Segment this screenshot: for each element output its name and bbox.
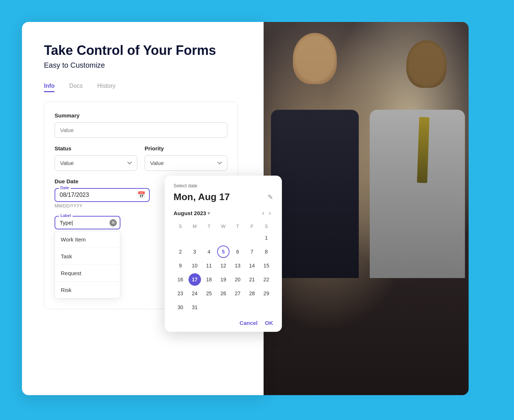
dp-day-empty — [174, 232, 187, 244]
datepicker-popup: Select date Mon, Aug 17 ✎ August 2023 ▾ … — [165, 176, 282, 332]
status-group: Status Value — [55, 145, 137, 171]
dp-day-6[interactable]: 6 — [231, 245, 244, 258]
dp-day-empty — [203, 301, 215, 314]
dropdown-item-request[interactable]: Request — [55, 265, 120, 282]
dp-day-16[interactable]: 16 — [174, 273, 187, 286]
date-field-label: Date — [59, 185, 71, 190]
dp-month-chevron: ▾ — [208, 211, 210, 216]
dp-day-7[interactable]: 7 — [246, 245, 258, 258]
dp-day-header-w: W — [216, 222, 230, 230]
label-input-wrapper[interactable]: Label Type| ✕ — [55, 216, 120, 229]
dp-day-28[interactable]: 28 — [246, 287, 258, 300]
dp-day-30[interactable]: 30 — [174, 301, 187, 314]
dp-day-5-today[interactable]: 5 — [217, 245, 230, 258]
dp-day-header-t2: T — [231, 222, 245, 230]
dp-day-24[interactable]: 24 — [189, 287, 201, 300]
tab-bar: Info Docs History — [44, 83, 242, 91]
dp-prev-btn[interactable]: ‹ — [260, 209, 267, 218]
dp-day-8[interactable]: 8 — [260, 245, 272, 258]
page-subtitle: Easy to Customize — [44, 61, 242, 70]
dp-selected-date: Mon, Aug 17 ✎ — [174, 191, 273, 203]
priority-label: Priority — [145, 145, 227, 151]
dp-day-empty — [203, 232, 215, 244]
dp-cancel-button[interactable]: Cancel — [239, 320, 257, 326]
dropdown-list: Work Item Task Request Risk — [55, 231, 120, 299]
dp-day-empty — [217, 232, 230, 244]
dp-day-header-m: M — [188, 222, 201, 230]
dp-day-29[interactable]: 29 — [260, 287, 272, 300]
dp-day-empty — [246, 232, 258, 244]
dp-day-3[interactable]: 3 — [189, 245, 201, 258]
dp-calendar-grid: S M T W T F S 1 2 3 4 5 6 — [174, 222, 273, 314]
dp-day-11[interactable]: 11 — [203, 259, 215, 272]
dp-day-empty — [260, 301, 272, 314]
dp-day-empty — [189, 232, 201, 244]
dp-day-header-s2: S — [260, 222, 273, 230]
dp-day-27[interactable]: 27 — [231, 287, 244, 300]
dp-day-13[interactable]: 13 — [231, 259, 244, 272]
dp-edit-icon[interactable]: ✎ — [268, 193, 273, 201]
dp-day-21[interactable]: 21 — [246, 273, 258, 286]
tab-history[interactable]: History — [97, 83, 116, 91]
dropdown-item-risk[interactable]: Risk — [55, 282, 120, 298]
dp-day-31[interactable]: 31 — [189, 301, 201, 314]
dp-day-empty — [217, 301, 230, 314]
dp-ok-button[interactable]: OK — [265, 320, 273, 326]
dp-day-22[interactable]: 22 — [260, 273, 272, 286]
dp-day-12[interactable]: 12 — [217, 259, 230, 272]
dp-day-14[interactable]: 14 — [246, 259, 258, 272]
dp-day-header-t1: T — [202, 222, 216, 230]
dp-selected-date-text: Mon, Aug 17 — [174, 191, 230, 203]
dp-day-23[interactable]: 23 — [174, 287, 187, 300]
priority-select[interactable]: Value — [145, 155, 227, 171]
calendar-icon[interactable]: 📅 — [137, 191, 145, 199]
dropdown-item-task[interactable]: Task — [55, 248, 120, 265]
dp-day-15[interactable]: 15 — [260, 259, 272, 272]
right-photo-panel — [264, 22, 469, 395]
label-field-label: Label — [59, 213, 72, 218]
dp-day-header-s1: S — [174, 222, 187, 230]
dp-day-empty — [231, 232, 244, 244]
dp-day-19[interactable]: 19 — [217, 273, 230, 286]
dp-day-10[interactable]: 10 — [189, 259, 201, 272]
dp-day-2[interactable]: 2 — [174, 245, 187, 258]
dp-day-header-f: F — [245, 222, 259, 230]
status-label: Status — [55, 145, 137, 151]
dp-day-empty — [246, 301, 258, 314]
date-input-wrapper[interactable]: Date 08/17/2023 📅 — [55, 188, 150, 202]
dp-day-empty — [231, 301, 244, 314]
clear-icon[interactable]: ✕ — [109, 219, 117, 226]
dp-day-26[interactable]: 26 — [217, 287, 230, 300]
dp-next-btn[interactable]: › — [267, 209, 273, 218]
date-input-value: 08/17/2023 — [60, 192, 89, 198]
dp-month-label[interactable]: August 2023 ▾ — [174, 210, 260, 216]
dp-select-date-label: Select date — [174, 183, 273, 188]
left-panel: Take Control of Your Forms Easy to Custo… — [22, 22, 264, 395]
dp-actions: Cancel OK — [174, 320, 273, 326]
tab-info[interactable]: Info — [44, 83, 55, 91]
dp-day-4[interactable]: 4 — [203, 245, 215, 258]
dp-day-25[interactable]: 25 — [203, 287, 215, 300]
status-select[interactable]: Value — [55, 155, 137, 171]
dp-day-18[interactable]: 18 — [203, 273, 215, 286]
dp-month-nav: August 2023 ▾ ‹ › — [174, 209, 273, 218]
summary-input[interactable] — [55, 122, 227, 138]
priority-group: Priority Value — [145, 145, 227, 171]
dp-day-1[interactable]: 1 — [260, 232, 272, 244]
dp-day-17-selected[interactable]: 17 — [189, 273, 201, 286]
label-input-text: Type| — [60, 220, 73, 226]
tab-docs[interactable]: Docs — [69, 83, 82, 91]
dp-day-9[interactable]: 9 — [174, 259, 187, 272]
page-title: Take Control of Your Forms — [44, 42, 242, 58]
dp-day-20[interactable]: 20 — [231, 273, 244, 286]
dropdown-item-work-item[interactable]: Work Item — [55, 231, 120, 248]
summary-label: Summary — [55, 112, 227, 119]
